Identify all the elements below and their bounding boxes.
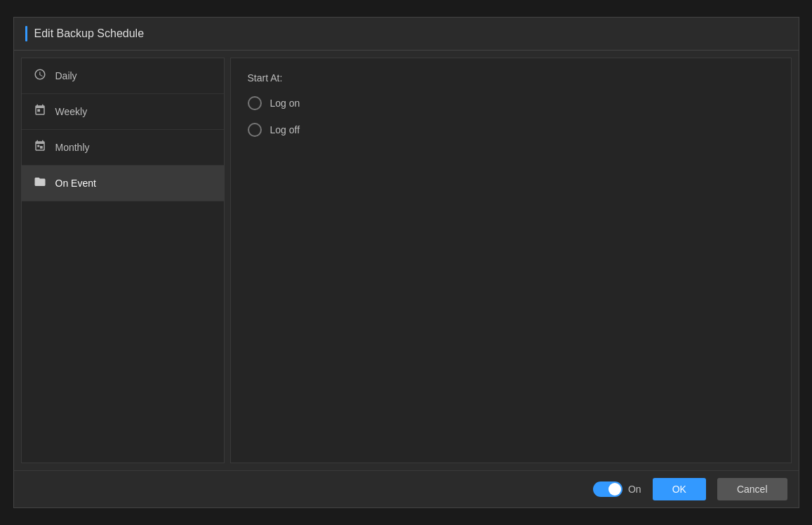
cancel-button[interactable]: Cancel	[717, 478, 787, 500]
toggle-label: On	[628, 484, 641, 495]
dialog-body: Daily Weekly Monthly	[21, 58, 792, 463]
sidebar-on-event-label: On Event	[55, 178, 96, 189]
sidebar-weekly-label: Weekly	[55, 106, 88, 117]
sidebar-item-daily[interactable]: Daily	[22, 58, 224, 94]
dialog-title: Edit Backup Schedule	[34, 27, 145, 40]
radio-item-log-on[interactable]: Log on	[248, 96, 774, 110]
radio-log-on[interactable]	[248, 96, 262, 110]
radio-item-log-off[interactable]: Log off	[248, 123, 774, 137]
sidebar-item-weekly[interactable]: Weekly	[22, 94, 224, 130]
sidebar-monthly-label: Monthly	[55, 142, 90, 153]
clock-icon	[33, 68, 47, 84]
toggle-knob	[608, 483, 621, 496]
ok-button[interactable]: OK	[653, 478, 706, 500]
toggle-container: On	[593, 481, 641, 497]
start-at-label: Start At:	[248, 72, 774, 84]
dialog-footer: On OK Cancel	[14, 470, 799, 507]
sidebar-item-on-event[interactable]: On Event	[22, 166, 224, 201]
dialog-header: Edit Backup Schedule	[14, 18, 799, 51]
sidebar-daily-label: Daily	[55, 70, 77, 81]
edit-backup-schedule-dialog: Edit Backup Schedule Daily	[13, 17, 799, 508]
sidebar-item-monthly[interactable]: Monthly	[22, 130, 224, 166]
radio-group: Log on Log off	[248, 96, 774, 137]
header-accent	[25, 26, 27, 41]
folder-icon	[33, 175, 47, 191]
calendar-week-icon	[33, 104, 47, 119]
content-panel: Start At: Log on Log off	[230, 58, 792, 463]
radio-log-on-label: Log on	[270, 98, 300, 109]
radio-log-off[interactable]	[248, 123, 262, 137]
calendar-month-icon	[33, 140, 47, 155]
on-off-toggle[interactable]	[593, 481, 623, 497]
radio-log-off-label: Log off	[270, 124, 300, 135]
sidebar: Daily Weekly Monthly	[21, 58, 225, 463]
